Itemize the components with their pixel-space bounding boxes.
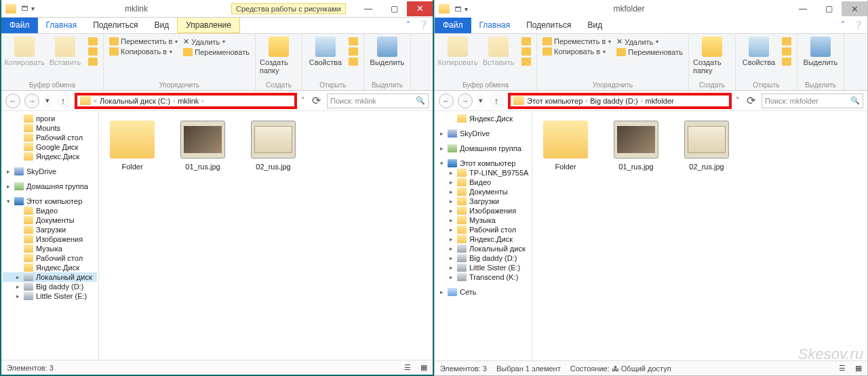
select-button[interactable]: Выделить [802,37,840,66]
tree-item[interactable]: ▾Этот компьютер [3,196,97,206]
select-button[interactable]: Выделить [368,37,406,66]
maximize-button[interactable]: ▢ [816,1,842,16]
rename-button[interactable]: Переименовать [615,47,684,57]
title-bar[interactable]: 🗔▾ mklink Средства работы с рисунками — … [1,0,433,18]
tree-item[interactable]: ▸Документы [436,187,530,196]
tree-item[interactable]: Яндекс.Диск [436,114,530,123]
tree-item[interactable]: Музыка [3,244,97,253]
content-item[interactable]: Folder [539,121,592,171]
back-button[interactable]: ← [5,93,20,108]
tree-item[interactable]: ▾Этот компьютер [436,159,530,168]
forward-button[interactable]: → [24,93,39,108]
tree-item[interactable]: Рабочий стол [3,133,97,142]
tree-item[interactable]: ▸Домашняя группа [3,182,97,191]
tree-item[interactable]: ▸Загрузки [436,196,530,206]
paste-button[interactable]: Вставить [479,37,517,66]
forward-button[interactable]: → [458,93,473,108]
content-item[interactable]: 01_rus.jpg [176,121,229,171]
address-dropdown[interactable]: ˅ [301,96,305,105]
properties-button[interactable]: Свойства [307,37,344,66]
help-icon[interactable]: ❔ [849,18,867,33]
content-item[interactable]: 02_rus.jpg [247,121,300,171]
refresh-button[interactable]: ⟳ [744,94,757,107]
tab-file[interactable]: Файл [1,18,38,33]
copy-button[interactable]: Копировать [5,37,43,66]
history-dropdown[interactable]: ▾ [477,93,485,108]
ribbon-collapse-icon[interactable]: ˄ [402,18,414,33]
breadcrumb[interactable]: Этот компьютер [527,97,583,105]
help-icon[interactable]: ❔ [414,18,433,33]
tree-item[interactable]: Изображения [3,234,97,244]
minimize-button[interactable]: — [355,1,381,16]
view-details-icon[interactable]: ☰ [404,363,411,372]
tree-item[interactable]: ▸Сеть [436,287,530,297]
close-button[interactable]: ✕ [407,1,433,16]
edit-icon[interactable] [781,47,793,56]
tree-item[interactable]: ▸Музыка [436,215,530,225]
navigation-tree[interactable]: прогиMountsРабочий столGoogle ДискЯндекс… [1,111,99,360]
copy-to-button[interactable]: Копировать в▾ [108,47,179,56]
refresh-button[interactable]: ⟳ [309,94,323,107]
copy-path-icon[interactable] [520,47,532,56]
search-input[interactable]: Поиск: mkfolder 🔍 [762,93,863,108]
history-icon[interactable] [347,57,359,66]
tree-item[interactable]: ▸Little Sister (E:) [436,263,530,272]
tree-item[interactable]: проги [3,114,97,123]
close-button[interactable]: ✕ [842,1,867,16]
address-dropdown[interactable]: ˅ [736,96,740,105]
history-dropdown[interactable]: ▾ [43,93,52,108]
search-input[interactable]: Поиск: mklink 🔍 [327,93,429,108]
move-to-button[interactable]: Переместить в▾ [541,37,612,46]
tab-home[interactable]: Главная [38,18,85,33]
minimize-button[interactable]: — [790,1,816,16]
navigation-tree[interactable]: Яндекс.Диск▸SkyDrive▸Домашняя группа▾Это… [435,111,532,360]
tree-item[interactable]: Рабочий стол [3,253,97,263]
qat[interactable]: 🗔▾ [455,5,468,13]
delete-button[interactable]: ✕Удалить▾ [615,37,684,47]
copy-button[interactable]: Копировать [439,37,477,66]
ribbon-collapse-icon[interactable]: ˄ [837,18,849,33]
paste-shortcut-icon[interactable] [520,57,532,66]
breadcrumb[interactable]: Big daddy (D:) [590,97,637,105]
delete-button[interactable]: ✕Удалить▾ [182,37,251,47]
tab-file[interactable]: Файл [435,18,471,33]
tree-item[interactable]: ▸Рабочий стол [436,225,530,234]
view-icons-icon[interactable]: ▦ [420,363,427,372]
tab-share[interactable]: Поделиться [85,18,146,33]
tree-item[interactable]: ▸Big daddy (D:) [3,282,97,291]
tab-share[interactable]: Поделиться [518,18,579,33]
cut-icon[interactable] [87,37,99,46]
qat[interactable]: 🗔▾ [22,5,35,12]
cut-icon[interactable] [520,37,532,46]
content-pane[interactable]: Folder01_rus.jpg02_rus.jpg [99,111,433,360]
content-item[interactable]: 02_rus.jpg [680,121,733,171]
address-bar[interactable]: Этот компьютер › Big daddy (D:) › mkfold… [508,93,732,109]
properties-button[interactable]: Свойства [740,37,778,66]
edit-icon[interactable] [347,47,359,56]
title-bar[interactable]: 🗔▾ mkfolder — ▢ ✕ [435,0,867,18]
tree-item[interactable]: ▸Little Sister (E:) [3,291,97,301]
tree-item[interactable]: ▸Домашняя группа [436,144,530,153]
paste-shortcut-icon[interactable] [87,57,99,66]
paste-button[interactable]: Вставить [46,37,84,66]
tab-view[interactable]: Вид [579,18,610,33]
open-icon[interactable] [347,37,359,46]
tree-item[interactable]: Видео [3,206,97,215]
copy-path-icon[interactable] [87,47,99,56]
tree-item[interactable]: ▸SkyDrive [3,167,97,176]
tree-item[interactable]: Mounts [3,123,97,133]
tab-home[interactable]: Главная [471,18,519,33]
up-button[interactable]: ↑ [489,93,504,108]
copy-to-button[interactable]: Копировать в▾ [541,47,612,56]
breadcrumb[interactable]: mklink [178,97,199,105]
tree-item[interactable]: ▸Изображения [436,206,530,215]
tree-item[interactable]: ▸Видео [436,177,530,187]
view-icons-icon[interactable]: ▦ [855,364,862,373]
rename-button[interactable]: Переименовать [182,47,251,57]
new-folder-button[interactable]: Создать папку [693,37,731,75]
view-details-icon[interactable]: ☰ [839,364,846,373]
tree-item[interactable]: Google Диск [3,142,97,152]
tree-item[interactable]: ▸Локальный диск [436,244,530,253]
tree-item[interactable]: Загрузки [3,225,97,234]
breadcrumb[interactable]: mkfolder [646,97,674,105]
